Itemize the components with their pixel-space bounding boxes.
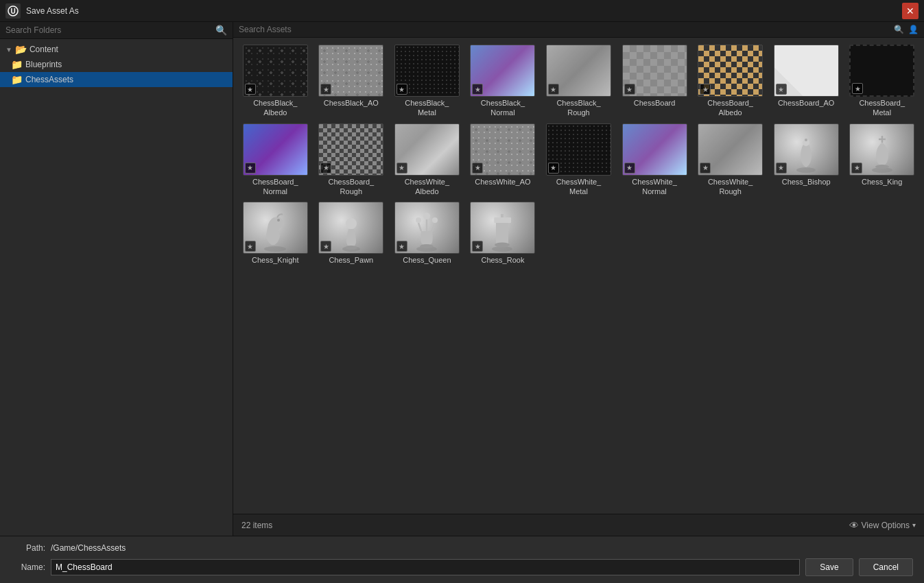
assets-grid: ★ ChessBlack_Albedo ★ ChessBlack_AO ★ Ch… [233,38,924,514]
svg-point-23 [495,243,510,248]
svg-point-15 [432,217,438,223]
asset-item-chess-king[interactable]: ★ Chess_King [845,122,919,198]
folder-label-blueprints: Blueprints [25,60,62,69]
asset-label-14: ChessWhite_Metal [556,177,601,197]
asset-label-3: ChessBlack_Metal [405,98,449,118]
close-button[interactable]: ✕ [902,3,919,19]
asset-star-20: ★ [320,241,331,252]
asset-item-chessblack-normal[interactable]: ★ ChessBlack_Normal [466,43,540,119]
name-input[interactable] [51,559,800,575]
asset-label-8: ChessBoard_AO [778,98,835,108]
svg-rect-24 [494,217,510,223]
asset-item-chess-rook[interactable]: ★ Chess_Rook [466,200,540,266]
asset-star-21: ★ [396,241,407,252]
asset-star-10: ★ [245,163,256,174]
expand-icon-content: ▼ [5,46,12,53]
folder-search-input[interactable] [5,25,213,35]
asset-thumb-2: ★ [318,45,383,97]
save-button[interactable]: Save [805,558,853,576]
svg-point-4 [805,139,807,141]
asset-item-chess-bishop[interactable]: ★ Chess_Bishop [770,122,843,198]
bottom-bar: Path: /Game/ChessAssets Name: Save Cance… [0,536,924,583]
asset-item-chess-knight[interactable]: ★ Chess_Knight [239,200,312,266]
asset-item-chesswhite-metal[interactable]: ★ ChessWhite_Metal [542,122,615,198]
asset-user-icon: 👤 [908,25,919,34]
asset-label-6: ChessBoard [634,98,676,108]
asset-star-18: ★ [851,163,862,174]
asset-thumb-17: ★ [774,123,839,176]
status-bar: 22 items 👁 View Options ▾ [233,514,924,536]
asset-star-15: ★ [624,163,635,174]
asset-search-input[interactable] [239,25,891,34]
folder-label-content: Content [29,45,58,54]
asset-star-13: ★ [472,163,483,174]
asset-item-chessboard-normal[interactable]: ★ ChessBoard_Normal [239,122,312,198]
asset-label-18: Chess_King [862,177,902,187]
asset-label-21: Chess_Queen [403,255,451,265]
folder-item-content[interactable]: ▼ 📂 Content [0,42,233,57]
titlebar-left: U Save Asset As [5,3,79,19]
dialog-title: Save Asset As [26,6,79,16]
view-options-button[interactable]: 👁 View Options ▾ [849,520,916,531]
svg-point-6 [875,165,889,169]
asset-thumb-9: ★ [849,45,914,97]
asset-star-9: ★ [852,83,863,94]
path-row: Path: /Game/ChessAssets [11,543,913,553]
svg-point-13 [416,217,421,223]
asset-star-19: ★ [245,241,256,252]
left-panel: 🔍 ▼ 📂 Content 📁 Blueprints 📁 ChessAssets [0,22,233,536]
asset-item-chess-pawn[interactable]: ★ Chess_Pawn [315,200,388,266]
asset-star-12: ★ [396,163,407,174]
folder-tree: ▼ 📂 Content 📁 Blueprints 📁 ChessAssets [0,39,233,536]
asset-star-17: ★ [776,163,787,174]
asset-star-16: ★ [700,163,711,174]
asset-label-1: ChessBlack_Albedo [253,98,297,118]
folder-item-blueprints[interactable]: 📁 Blueprints [0,57,233,72]
asset-label-11: ChessBoard_Rough [329,177,375,197]
asset-item-chesswhite-albedo[interactable]: ★ ChessWhite_Albedo [390,122,464,198]
asset-search-bar: 🔍 👤 [233,22,924,38]
asset-label-4: ChessBlack_Normal [481,98,525,118]
folder-open-icon-content: 📂 [15,44,27,55]
path-value: /Game/ChessAssets [51,543,126,553]
asset-item-chesswhite-ao[interactable]: ★ ChessWhite_AO [466,122,540,198]
asset-star-14: ★ [548,163,559,174]
asset-item-chess-queen[interactable]: ★ Chess_Queen [390,200,464,266]
asset-item-chesswhite-normal[interactable]: ★ ChessWhite_Normal [618,122,691,198]
asset-item-chessboard[interactable]: ★ ChessBoard [618,43,691,119]
path-label: Path: [11,543,45,553]
asset-item-chessblack-rough[interactable]: ★ ChessBlack_Rough [542,43,615,119]
asset-label-2: ChessBlack_AO [324,98,379,108]
asset-label-9: ChessBoard_Metal [859,98,905,118]
item-count: 22 items [241,521,272,530]
svg-text:U: U [10,8,15,15]
cancel-button[interactable]: Cancel [859,558,913,576]
name-label: Name: [11,562,45,572]
asset-item-chessblack-ao[interactable]: ★ ChessBlack_AO [315,43,388,119]
asset-label-15: ChessWhite_Normal [632,177,676,197]
asset-thumb-15: ★ [622,123,687,176]
asset-item-chessboard-rough[interactable]: ★ ChessBoard_Rough [315,122,388,198]
asset-item-chessboard-metal[interactable]: ★ ChessBoard_Metal [845,43,919,119]
folder-item-chessassets[interactable]: 📁 ChessAssets [0,72,233,87]
folder-search-bar: 🔍 [0,22,233,39]
asset-star-22: ★ [472,241,483,252]
asset-item-chessbblack-albedo[interactable]: ★ ChessBlack_Albedo [239,43,312,119]
asset-thumb-20: ★ [318,202,383,254]
asset-item-chesswhite-rough[interactable]: ★ ChessWhite_Rough [694,122,767,198]
asset-search-icon: 🔍 [894,25,904,34]
name-row: Name: Save Cancel [11,558,913,576]
asset-thumb-4: ★ [470,45,535,97]
asset-item-chessboard-albedo[interactable]: ★ ChessBoard_Albedo [694,43,767,119]
svg-point-10 [346,218,357,229]
asset-thumb-18: ★ [849,123,914,176]
asset-star-11: ★ [320,163,331,174]
asset-thumb-11: ★ [318,123,383,176]
asset-item-chessboard-ao[interactable]: ★ ChessBoard_AO [770,43,843,119]
asset-thumb-1: ★ [243,45,308,97]
asset-star-6: ★ [624,84,635,95]
svg-point-11 [345,246,357,250]
asset-star-1: ★ [245,84,256,95]
asset-item-chessblack-metal[interactable]: ★ ChessBlack_Metal [390,43,464,119]
ue-logo: U [5,3,21,19]
